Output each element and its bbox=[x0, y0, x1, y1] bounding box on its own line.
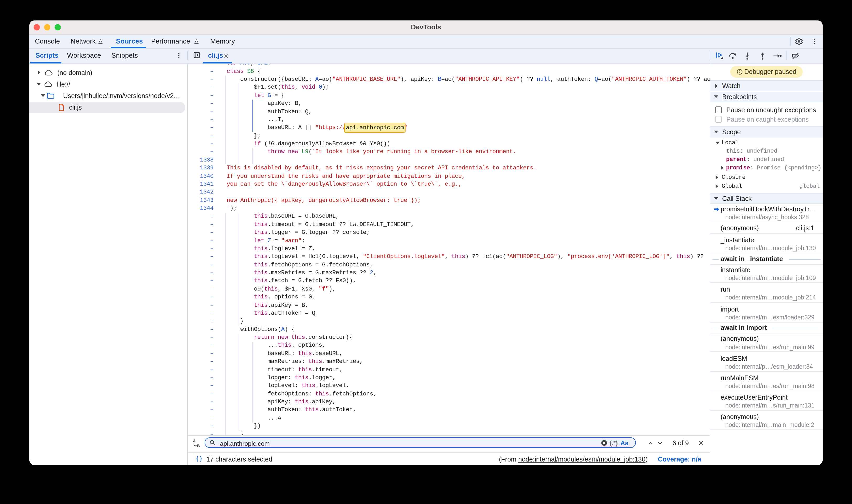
svg-text:A: A bbox=[193, 439, 196, 443]
svg-text:B: B bbox=[197, 444, 200, 448]
